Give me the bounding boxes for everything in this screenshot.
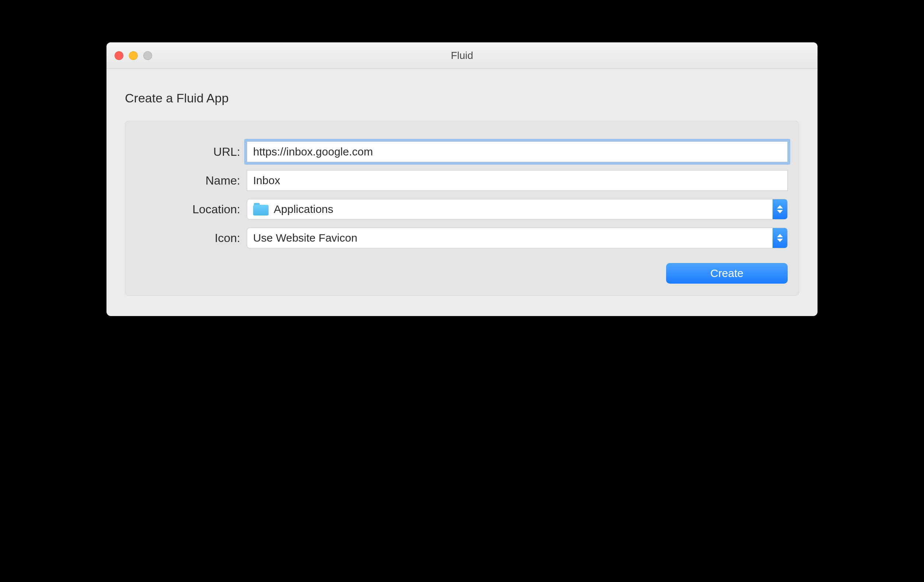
location-select-value: Applications — [247, 203, 333, 216]
close-window-button[interactable] — [115, 51, 124, 60]
chevron-down-icon — [777, 210, 783, 213]
app-window: Fluid Create a Fluid App URL: Name: Loca… — [106, 42, 818, 316]
chevron-down-icon — [777, 239, 783, 242]
icon-row: Icon: Use Website Favicon — [136, 228, 788, 248]
location-field-wrap: Applications — [247, 199, 788, 219]
window-content: Create a Fluid App URL: Name: Location: — [106, 69, 818, 316]
page-heading: Create a Fluid App — [125, 91, 799, 106]
select-stepper-icon — [772, 228, 787, 248]
titlebar[interactable]: Fluid — [106, 42, 818, 69]
icon-select[interactable]: Use Website Favicon — [247, 228, 788, 248]
url-row: URL: — [136, 142, 788, 162]
name-label: Name: — [136, 174, 247, 188]
icon-select-text: Use Website Favicon — [253, 232, 357, 244]
create-button[interactable]: Create — [666, 263, 788, 284]
icon-field-wrap: Use Website Favicon — [247, 228, 788, 248]
url-label: URL: — [136, 145, 247, 159]
url-input[interactable] — [247, 142, 788, 162]
location-select[interactable]: Applications — [247, 199, 788, 219]
button-row: Create — [136, 263, 788, 284]
name-row: Name: — [136, 170, 788, 191]
window-title: Fluid — [106, 50, 818, 61]
icon-label: Icon: — [136, 231, 247, 245]
chevron-up-icon — [777, 205, 783, 208]
form-panel: URL: Name: Location: Ap — [125, 121, 799, 296]
location-row: Location: Applications — [136, 199, 788, 219]
location-select-text: Applications — [274, 203, 333, 216]
minimize-window-button[interactable] — [129, 51, 138, 60]
select-stepper-icon — [772, 199, 787, 219]
url-field-wrap — [247, 142, 788, 162]
icon-select-value: Use Website Favicon — [247, 232, 357, 244]
folder-icon — [253, 203, 269, 216]
chevron-up-icon — [777, 234, 783, 237]
location-label: Location: — [136, 203, 247, 216]
traffic-lights — [115, 51, 152, 60]
maximize-window-button[interactable] — [143, 51, 152, 60]
name-input[interactable] — [247, 170, 788, 191]
name-field-wrap — [247, 170, 788, 191]
